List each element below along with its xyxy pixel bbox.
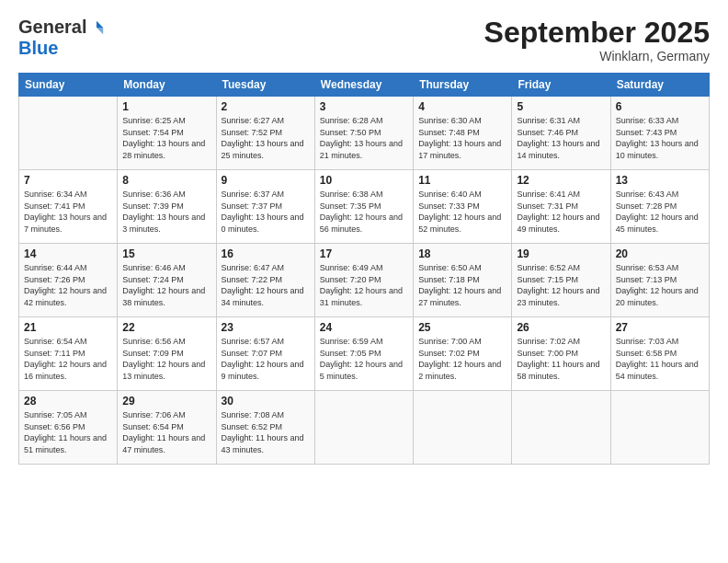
svg-marker-0 [97,20,103,27]
cell-w5-d6 [610,391,709,465]
day-info: Sunrise: 6:33 AMSunset: 7:43 PMDaylight:… [616,115,704,161]
cell-w3-d3: 17Sunrise: 6:49 AMSunset: 7:20 PMDayligh… [314,244,413,317]
day-number: 21 [24,321,112,334]
day-number: 9 [222,174,310,187]
day-number: 30 [222,395,310,408]
cell-w4-d3: 24Sunrise: 6:59 AMSunset: 7:05 PMDayligh… [314,317,413,391]
day-info: Sunrise: 6:52 AMSunset: 7:15 PMDaylight:… [517,262,605,308]
cell-w3-d2: 16Sunrise: 6:47 AMSunset: 7:22 PMDayligh… [216,244,314,317]
day-info: Sunrise: 6:49 AMSunset: 7:20 PMDaylight:… [320,262,408,308]
day-info: Sunrise: 6:50 AMSunset: 7:18 PMDaylight:… [418,262,506,308]
day-number: 19 [517,247,605,260]
cell-w5-d0: 28Sunrise: 7:05 AMSunset: 6:56 PMDayligh… [19,391,118,465]
day-info: Sunrise: 6:28 AMSunset: 7:50 PMDaylight:… [320,115,408,161]
day-info: Sunrise: 6:30 AMSunset: 7:48 PMDaylight:… [418,115,506,161]
calendar: Sunday Monday Tuesday Wednesday Thursday… [18,73,710,465]
day-info: Sunrise: 6:40 AMSunset: 7:33 PMDaylight:… [418,189,506,235]
day-number: 8 [122,174,210,187]
day-info: Sunrise: 6:37 AMSunset: 7:37 PMDaylight:… [222,189,310,235]
day-number: 18 [418,247,506,260]
day-number: 2 [222,100,310,113]
day-number: 1 [122,100,210,113]
svg-marker-1 [97,28,103,34]
logo-icon [88,19,105,36]
header-row: Sunday Monday Tuesday Wednesday Thursday… [19,74,710,97]
day-number: 17 [320,247,408,260]
day-number: 27 [616,321,704,334]
cell-w1-d0 [19,97,118,170]
day-number: 29 [122,395,210,408]
col-monday: Monday [118,74,216,97]
day-number: 13 [616,174,704,187]
cell-w3-d4: 18Sunrise: 6:50 AMSunset: 7:18 PMDayligh… [414,244,512,317]
cell-w5-d1: 29Sunrise: 7:06 AMSunset: 6:54 PMDayligh… [118,391,216,465]
day-info: Sunrise: 7:08 AMSunset: 6:52 PMDaylight:… [222,409,310,455]
day-info: Sunrise: 6:57 AMSunset: 7:07 PMDaylight:… [222,336,310,382]
day-number: 25 [418,321,506,334]
day-info: Sunrise: 6:47 AMSunset: 7:22 PMDaylight:… [222,262,310,308]
cell-w3-d1: 15Sunrise: 6:46 AMSunset: 7:24 PMDayligh… [118,244,216,317]
cell-w1-d1: 1Sunrise: 6:25 AMSunset: 7:54 PMDaylight… [118,97,216,170]
day-number: 24 [320,321,408,334]
cell-w3-d5: 19Sunrise: 6:52 AMSunset: 7:15 PMDayligh… [512,244,610,317]
day-info: Sunrise: 6:25 AMSunset: 7:54 PMDaylight:… [122,115,210,161]
cell-w3-d0: 14Sunrise: 6:44 AMSunset: 7:26 PMDayligh… [19,244,118,317]
day-number: 6 [616,100,704,113]
logo-general: General [18,17,86,38]
col-sunday: Sunday [19,74,118,97]
cell-w4-d1: 22Sunrise: 6:56 AMSunset: 7:09 PMDayligh… [118,317,216,391]
day-info: Sunrise: 7:06 AMSunset: 6:54 PMDaylight:… [122,409,210,455]
day-number: 12 [517,174,605,187]
cell-w2-d0: 7Sunrise: 6:34 AMSunset: 7:41 PMDaylight… [19,170,118,244]
week-row-5: 28Sunrise: 7:05 AMSunset: 6:56 PMDayligh… [19,391,710,465]
cell-w4-d5: 26Sunrise: 7:02 AMSunset: 7:00 PMDayligh… [512,317,610,391]
cell-w5-d4 [414,391,512,465]
cell-w1-d2: 2Sunrise: 6:27 AMSunset: 7:52 PMDaylight… [216,97,314,170]
col-saturday: Saturday [610,74,709,97]
day-number: 3 [320,100,408,113]
day-info: Sunrise: 6:34 AMSunset: 7:41 PMDaylight:… [24,189,112,235]
logo-blue-text: Blue [18,38,58,59]
day-number: 4 [418,100,506,113]
day-info: Sunrise: 6:36 AMSunset: 7:39 PMDaylight:… [122,189,210,235]
cell-w4-d0: 21Sunrise: 6:54 AMSunset: 7:11 PMDayligh… [19,317,118,391]
day-number: 15 [122,247,210,260]
cell-w4-d6: 27Sunrise: 7:03 AMSunset: 6:58 PMDayligh… [610,317,709,391]
day-info: Sunrise: 6:31 AMSunset: 7:46 PMDaylight:… [517,115,605,161]
cell-w5-d2: 30Sunrise: 7:08 AMSunset: 6:52 PMDayligh… [216,391,314,465]
cell-w1-d5: 5Sunrise: 6:31 AMSunset: 7:46 PMDaylight… [512,97,610,170]
cell-w2-d4: 11Sunrise: 6:40 AMSunset: 7:33 PMDayligh… [414,170,512,244]
cell-w4-d2: 23Sunrise: 6:57 AMSunset: 7:07 PMDayligh… [216,317,314,391]
day-info: Sunrise: 6:53 AMSunset: 7:13 PMDaylight:… [616,262,704,308]
cell-w2-d6: 13Sunrise: 6:43 AMSunset: 7:28 PMDayligh… [610,170,709,244]
col-tuesday: Tuesday [216,74,314,97]
week-row-1: 1Sunrise: 6:25 AMSunset: 7:54 PMDaylight… [19,97,710,170]
col-wednesday: Wednesday [314,74,413,97]
day-info: Sunrise: 6:54 AMSunset: 7:11 PMDaylight:… [24,336,112,382]
location: Winklarn, Germany [484,49,710,63]
day-number: 26 [517,321,605,334]
day-info: Sunrise: 6:44 AMSunset: 7:26 PMDaylight:… [24,262,112,308]
day-number: 22 [122,321,210,334]
cell-w4-d4: 25Sunrise: 7:00 AMSunset: 7:02 PMDayligh… [414,317,512,391]
day-info: Sunrise: 6:43 AMSunset: 7:28 PMDaylight:… [616,189,704,235]
day-info: Sunrise: 6:38 AMSunset: 7:35 PMDaylight:… [320,189,408,235]
cell-w1-d4: 4Sunrise: 6:30 AMSunset: 7:48 PMDaylight… [414,97,512,170]
day-number: 16 [222,247,310,260]
cell-w5-d3 [314,391,413,465]
day-number: 5 [517,100,605,113]
col-thursday: Thursday [414,74,512,97]
logo-text: General [18,17,105,38]
day-info: Sunrise: 7:05 AMSunset: 6:56 PMDaylight:… [24,409,112,455]
week-row-3: 14Sunrise: 6:44 AMSunset: 7:26 PMDayligh… [19,244,710,317]
day-number: 11 [418,174,506,187]
cell-w2-d1: 8Sunrise: 6:36 AMSunset: 7:39 PMDaylight… [118,170,216,244]
day-info: Sunrise: 6:46 AMSunset: 7:24 PMDaylight:… [122,262,210,308]
day-info: Sunrise: 7:02 AMSunset: 7:00 PMDaylight:… [517,336,605,382]
cell-w2-d2: 9Sunrise: 6:37 AMSunset: 7:37 PMDaylight… [216,170,314,244]
day-number: 7 [24,174,112,187]
day-info: Sunrise: 7:03 AMSunset: 6:58 PMDaylight:… [616,336,704,382]
day-info: Sunrise: 6:41 AMSunset: 7:31 PMDaylight:… [517,189,605,235]
cell-w1-d6: 6Sunrise: 6:33 AMSunset: 7:43 PMDaylight… [610,97,709,170]
cell-w2-d3: 10Sunrise: 6:38 AMSunset: 7:35 PMDayligh… [314,170,413,244]
